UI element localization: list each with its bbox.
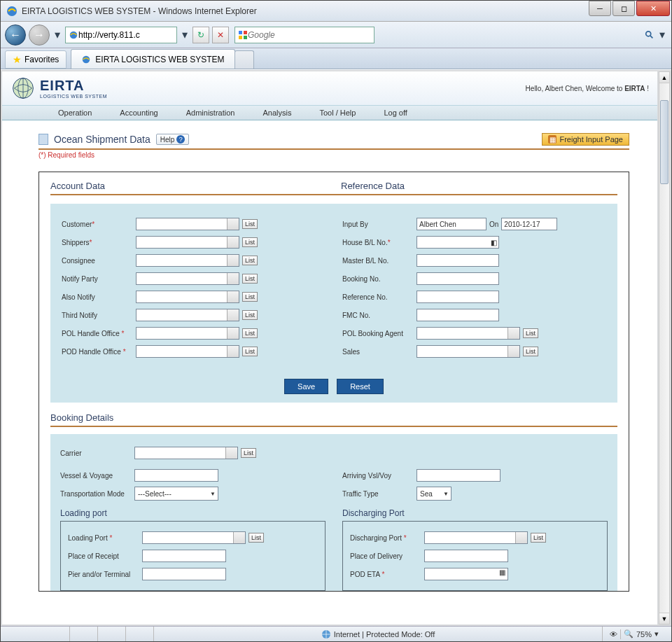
nav-administration[interactable]: Administration bbox=[186, 109, 235, 117]
search-icon[interactable] bbox=[645, 30, 654, 40]
page-title: Ocean Shipment Data bbox=[54, 134, 150, 145]
pod-office-input[interactable] bbox=[136, 345, 239, 358]
pol-office-input[interactable] bbox=[136, 327, 239, 340]
search-dropdown[interactable]: ▾ bbox=[657, 25, 667, 46]
fmcno-input[interactable] bbox=[416, 309, 499, 321]
loadingport-input[interactable] bbox=[142, 531, 246, 544]
pod-office-list-button[interactable]: List bbox=[242, 347, 258, 356]
traffictype-select[interactable]: Sea bbox=[416, 487, 451, 501]
consignee-input[interactable] bbox=[136, 254, 239, 267]
bookingno-input[interactable] bbox=[416, 272, 499, 285]
status-zoom[interactable]: 👁 🔍 75% ▾ bbox=[602, 627, 666, 641]
form-buttons: Save Reset bbox=[50, 372, 617, 403]
nav-accounting[interactable]: Accounting bbox=[120, 109, 158, 117]
loading-port-heading: Loading port bbox=[60, 508, 326, 518]
booking-rule bbox=[50, 426, 617, 427]
dischport-input[interactable] bbox=[424, 531, 528, 544]
scroll-down-button[interactable]: ▼ bbox=[659, 613, 669, 624]
podeta-label: POD ETA * bbox=[350, 571, 424, 578]
third-notify-list-button[interactable]: List bbox=[242, 310, 258, 320]
transmode-label: Transportation Mode bbox=[60, 490, 134, 498]
stop-button[interactable]: ✕ bbox=[212, 27, 229, 43]
notify-list-button[interactable]: List bbox=[242, 274, 258, 284]
refresh-button[interactable]: ↻ bbox=[192, 27, 209, 43]
housebl-label: House B/L No.* bbox=[342, 239, 416, 246]
vessel-input[interactable] bbox=[134, 469, 218, 482]
masterbl-input[interactable] bbox=[416, 254, 499, 267]
page-content: Ocean Shipment Data Help ? ▦ Freight Inp… bbox=[2, 120, 657, 592]
also-notify-list-button[interactable]: List bbox=[242, 292, 258, 302]
polagent-input[interactable] bbox=[416, 327, 520, 340]
forward-button[interactable]: → bbox=[29, 25, 50, 46]
on-date-value[interactable]: 2010-12-17 bbox=[501, 218, 557, 230]
document-icon bbox=[38, 134, 48, 145]
app-logo: EIRTA LOGISTICS WEB SYSTEM bbox=[10, 76, 107, 101]
refno-label: Reference No. bbox=[342, 293, 416, 301]
inputby-value[interactable]: Albert Chen bbox=[416, 218, 486, 230]
polagent-label: POL Booking Agent bbox=[342, 330, 416, 337]
arriving-input[interactable] bbox=[416, 469, 500, 482]
new-tab-button[interactable] bbox=[234, 50, 254, 69]
third-notify-input[interactable] bbox=[136, 309, 239, 321]
svg-rect-2 bbox=[239, 31, 242, 34]
browser-tab[interactable]: EIRTA LOGISTICS WEB SYSTEM bbox=[71, 49, 234, 69]
podeta-input[interactable]: ▦ bbox=[424, 568, 508, 580]
scroll-thumb[interactable] bbox=[660, 100, 668, 184]
customer-list-button[interactable]: List bbox=[242, 219, 258, 229]
help-button[interactable]: Help ? bbox=[156, 134, 190, 145]
search-input[interactable] bbox=[248, 30, 360, 40]
consignee-list-button[interactable]: List bbox=[242, 256, 258, 265]
vertical-scrollbar[interactable]: ▲ ▼ bbox=[659, 71, 670, 624]
nav-history-dropdown[interactable]: ▾ bbox=[52, 25, 62, 46]
loadingport-list-button[interactable]: List bbox=[248, 533, 264, 543]
back-button[interactable]: ← bbox=[5, 25, 26, 46]
polagent-list-button[interactable]: List bbox=[523, 328, 538, 338]
refno-input[interactable] bbox=[416, 291, 499, 303]
carrier-input[interactable] bbox=[134, 447, 238, 459]
placereceipt-input[interactable] bbox=[142, 550, 226, 562]
ie-icon bbox=[6, 6, 18, 17]
carrier-list-button[interactable]: List bbox=[241, 448, 256, 458]
maximize-button[interactable]: ◻ bbox=[612, 1, 635, 16]
shippers-list-button[interactable]: List bbox=[242, 237, 258, 247]
main-form-panel: Account Data Reference Data Customer*Lis… bbox=[38, 172, 629, 592]
dischport-list-button[interactable]: List bbox=[531, 533, 546, 543]
url-dropdown[interactable]: ▾ bbox=[180, 25, 190, 46]
on-label: On bbox=[489, 221, 498, 228]
nav-tool-help[interactable]: Tool / Help bbox=[319, 109, 356, 117]
url-input[interactable] bbox=[78, 30, 155, 40]
sales-input[interactable] bbox=[416, 345, 520, 358]
pierterminal-input[interactable] bbox=[142, 568, 226, 580]
address-bar[interactable] bbox=[65, 27, 177, 43]
tab-title: EIRTA LOGISTICS WEB SYSTEM bbox=[95, 55, 224, 64]
window-title: EIRTA LOGISTICS WEB SYSTEM - Windows Int… bbox=[22, 6, 589, 16]
housebl-input[interactable]: ◧ bbox=[416, 236, 499, 249]
svg-rect-4 bbox=[239, 36, 242, 39]
nav-analysis[interactable]: Analysis bbox=[262, 109, 291, 117]
search-box[interactable] bbox=[234, 27, 374, 43]
also-notify-input[interactable] bbox=[136, 291, 239, 303]
minimize-button[interactable]: ─ bbox=[589, 1, 611, 16]
app-header: EIRTA LOGISTICS WEB SYSTEM Hello, Albert… bbox=[2, 71, 657, 105]
svg-point-6 bbox=[646, 31, 651, 36]
notify-input[interactable] bbox=[136, 272, 239, 285]
transmode-select[interactable]: ---Select--- bbox=[134, 487, 218, 501]
save-button[interactable]: Save bbox=[284, 379, 328, 394]
status-bar: Internet | Protected Mode: Off 👁 🔍 75% ▾ bbox=[1, 626, 671, 641]
nav-logoff[interactable]: Log off bbox=[384, 109, 407, 117]
favorites-button[interactable]: ★ Favorites bbox=[5, 50, 66, 69]
freight-input-button[interactable]: ▦ Freight Input Page bbox=[542, 133, 629, 146]
bookingno-label: Booking No. bbox=[342, 275, 416, 283]
zoom-dropdown[interactable]: ▾ bbox=[654, 629, 659, 638]
close-button[interactable]: ✕ bbox=[636, 1, 670, 16]
reset-button[interactable]: Reset bbox=[337, 379, 384, 394]
pol-office-list-button[interactable]: List bbox=[242, 328, 258, 338]
shippers-input[interactable] bbox=[136, 236, 239, 249]
customer-input[interactable] bbox=[136, 218, 239, 230]
ie-page-icon bbox=[69, 30, 78, 40]
scroll-up-button[interactable]: ▲ bbox=[659, 72, 669, 83]
placedelivery-input[interactable] bbox=[424, 550, 508, 562]
nav-operation[interactable]: Operation bbox=[58, 109, 92, 117]
sales-list-button[interactable]: List bbox=[523, 347, 538, 356]
globe-icon bbox=[10, 76, 36, 101]
